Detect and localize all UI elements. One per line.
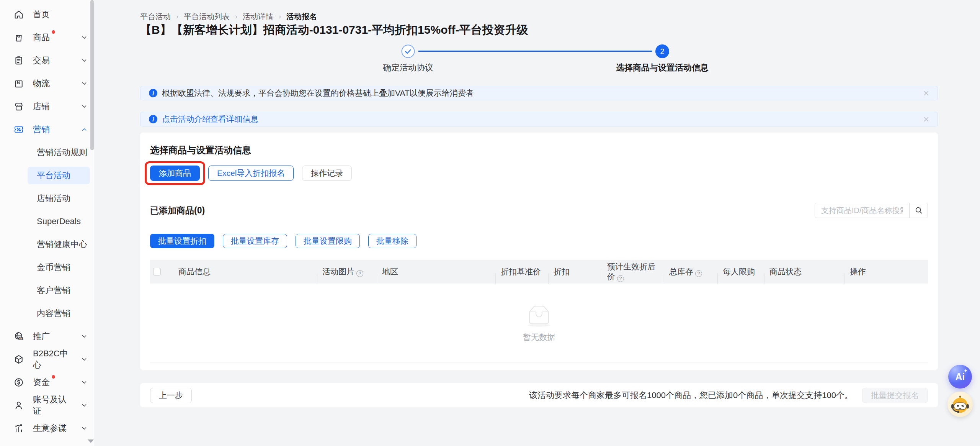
subitem-label: 客户营销: [37, 285, 70, 296]
banner-text: 根据欧盟法律、法规要求，平台会协助您在设置的价格基础上叠加VAT以便展示给消费者: [162, 88, 474, 98]
coupon-icon: [13, 124, 24, 135]
col-operation: 操作: [844, 267, 928, 277]
subitem-label: 平台活动: [37, 170, 70, 181]
dollar-circle-icon: [13, 377, 24, 388]
sidebar-item-account[interactable]: 账号及认证: [0, 394, 94, 417]
main-content: 平台活动 › 平台活动列表 › 活动详情 › 活动报名 【B】【新客增长计划】招…: [94, 0, 980, 446]
col-estimated-price: 预计生效折后价?: [602, 262, 664, 282]
batch-set-discount-button[interactable]: 批量设置折扣: [150, 234, 214, 248]
submission-note: 该活动要求每个商家最多可报名1000个商品，您已添加0个商品，单次提交支持100…: [529, 390, 853, 401]
search-button[interactable]: [909, 203, 928, 218]
footer-action-bar: 上一步 该活动要求每个商家最多可报名1000个商品，您已添加0个商品，单次提交支…: [140, 383, 938, 407]
col-product-info: 商品信息: [173, 267, 317, 277]
sidebar-subitem-content-marketing[interactable]: 内容营销: [0, 302, 94, 325]
storefront-icon: [13, 101, 24, 112]
breadcrumb-current: 活动报名: [286, 11, 317, 22]
batch-remove-button[interactable]: 批量移除: [368, 234, 416, 248]
chevron-down-icon: [81, 34, 88, 41]
breadcrumb-separator: ›: [176, 13, 178, 21]
subitem-label: 金币营销: [37, 262, 70, 273]
customer-service-robot-button[interactable]: [947, 392, 973, 417]
close-icon[interactable]: ×: [923, 114, 929, 124]
step-label: 确定活动协议: [383, 62, 433, 74]
previous-step-button[interactable]: 上一步: [150, 388, 192, 403]
sidebar-scrollbar[interactable]: [90, 0, 94, 150]
chevron-down-icon: [81, 356, 88, 363]
sidebar-item-label: 推广: [33, 331, 50, 341]
sidebar-item-promotion[interactable]: AD 推广: [0, 325, 94, 348]
bag-icon: [13, 32, 24, 43]
table-header-select: [150, 268, 173, 275]
sidebar-item-trade[interactable]: 交易: [0, 49, 94, 72]
ai-assistant-button[interactable]: Ai ✦: [948, 365, 972, 389]
sidebar-item-label: 商品: [33, 33, 50, 42]
check-circle-icon: [401, 44, 415, 58]
sidebar-item-label: 首页: [33, 10, 50, 19]
robot-mascot-icon: [949, 394, 971, 415]
chevron-down-icon: [81, 80, 88, 87]
close-icon[interactable]: ×: [923, 88, 929, 98]
product-search: [815, 203, 928, 218]
sidebar-subitem-customer-marketing[interactable]: 客户营销: [0, 279, 94, 302]
help-icon[interactable]: ?: [695, 270, 702, 277]
breadcrumb-separator: ›: [235, 13, 237, 21]
sidebar-item-label: 店铺: [33, 102, 50, 111]
sidebar-item-store[interactable]: 店铺: [0, 95, 94, 118]
sidebar-item-label: 账号及认证: [33, 395, 67, 416]
sidebar-subitem-store-activities[interactable]: 店铺活动: [0, 187, 94, 210]
select-all-checkbox[interactable]: [153, 268, 161, 275]
clipboard-icon: [13, 55, 24, 66]
sidebar-subitem-marketing-rules[interactable]: 营销活动规则: [0, 141, 94, 164]
col-activity-image: 活动图片?: [317, 267, 377, 277]
sidebar: 首页 商品 交易 物流 店铺: [0, 0, 94, 446]
sidebar-subitem-superdeals[interactable]: SuperDeals: [0, 210, 94, 233]
sidebar-item-label: 物流: [33, 79, 50, 88]
red-annotation-box: 添加商品: [150, 166, 200, 181]
breadcrumb-separator: ›: [279, 13, 281, 21]
sidebar-subitem-marketing-health[interactable]: 营销健康中心: [0, 233, 94, 256]
search-icon: [915, 206, 923, 215]
globe-ad-icon: AD: [13, 331, 24, 342]
info-icon: i: [149, 89, 157, 97]
breadcrumb-item[interactable]: 平台活动列表: [184, 11, 230, 22]
breadcrumb-item[interactable]: 平台活动: [140, 11, 171, 22]
breadcrumb-item[interactable]: 活动详情: [243, 11, 273, 22]
sidebar-item-label: 交易: [33, 56, 50, 65]
excel-import-button[interactable]: Excel导入折扣报名: [208, 166, 294, 181]
step-1-done: 确定活动协议: [383, 44, 433, 74]
search-input[interactable]: [815, 203, 909, 218]
col-discount: 折扣: [548, 267, 602, 277]
sidebar-item-business-advisor[interactable]: 生意参谋: [0, 417, 94, 440]
sidebar-item-logistics[interactable]: 物流: [0, 72, 94, 95]
sidebar-item-label: 生意参谋: [33, 423, 67, 433]
step-number-badge: 2: [655, 44, 669, 58]
sidebar-subitem-platform-activities[interactable]: 平台活动: [0, 164, 94, 187]
help-icon[interactable]: ?: [617, 275, 624, 282]
sidebar-item-funds[interactable]: 资金: [0, 371, 94, 394]
chevron-down-icon: [81, 402, 88, 409]
help-icon[interactable]: ?: [356, 270, 363, 277]
footer-right: 该活动要求每个商家最多可报名1000个商品，您已添加0个商品，单次提交支持100…: [529, 388, 928, 403]
add-product-button[interactable]: 添加商品: [150, 166, 200, 181]
sidebar-item-marketing[interactable]: 营销: [0, 118, 94, 141]
chevron-down-icon: [81, 333, 88, 340]
batch-set-stock-button[interactable]: 批量设置库存: [223, 234, 287, 248]
banner-link-text[interactable]: 点击活动介绍查看详细信息: [162, 114, 258, 125]
table-header: 商品信息 活动图片? 地区 折扣基准价 折扣 预计生效折后价? 总库存? 每人限…: [150, 260, 928, 284]
empty-state: 暂无数据: [150, 284, 928, 362]
empty-inbox-icon: [524, 303, 554, 327]
step-label: 选择商品与设置活动信息: [616, 62, 709, 74]
sidebar-item-products[interactable]: 商品: [0, 26, 94, 49]
sidebar-item-home[interactable]: 首页: [0, 3, 94, 26]
sidebar-scroll-down-arrow[interactable]: [88, 439, 94, 443]
person-icon: [13, 400, 24, 411]
batch-submit-button[interactable]: 批量提交报名: [862, 388, 928, 403]
col-total-stock: 总库存?: [664, 267, 717, 277]
sidebar-subitem-coin-marketing[interactable]: 金币营销: [0, 256, 94, 279]
sidebar-item-b2b2c[interactable]: B2B2C中心: [0, 348, 94, 371]
chevron-down-icon: [81, 379, 88, 386]
operation-log-button[interactable]: 操作记录: [302, 166, 352, 181]
batch-set-limit-button[interactable]: 批量设置限购: [296, 234, 360, 248]
notification-dot: [52, 30, 55, 34]
subitem-label: 营销活动规则: [37, 147, 87, 158]
